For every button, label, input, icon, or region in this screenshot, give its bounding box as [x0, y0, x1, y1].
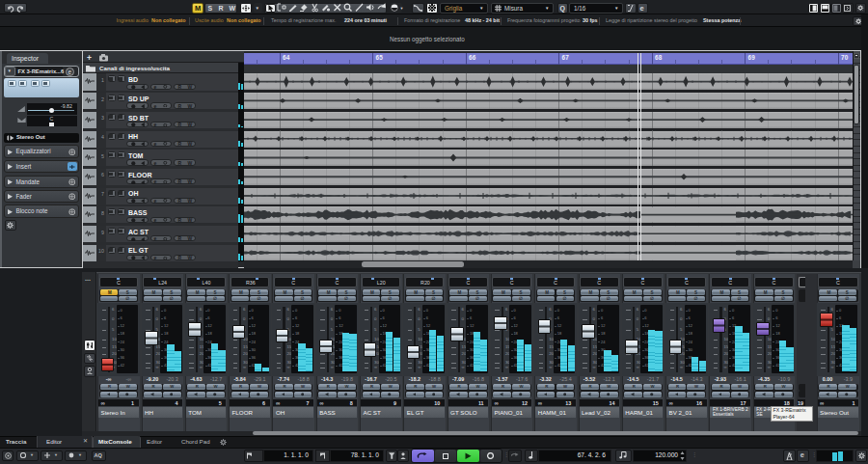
svg-text:e: e [68, 68, 71, 74]
